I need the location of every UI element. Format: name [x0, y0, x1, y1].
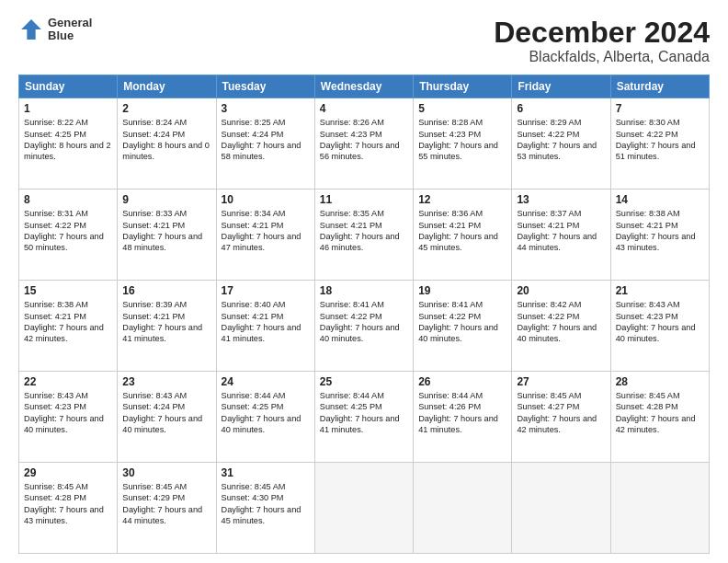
day-info: Sunrise: 8:36 AM Sunset: 4:21 PM Dayligh…: [418, 208, 506, 254]
day-number: 16: [122, 284, 210, 297]
sunrise: Sunrise: 8:35 AM: [320, 209, 384, 218]
day-number: 18: [320, 284, 408, 297]
day-info: Sunrise: 8:43 AM Sunset: 4:23 PM Dayligh…: [616, 299, 704, 345]
day-cell: 18 Sunrise: 8:41 AM Sunset: 4:22 PM Dayl…: [314, 281, 413, 372]
sunrise: Sunrise: 8:43 AM: [24, 391, 88, 400]
sunset: Sunset: 4:22 PM: [517, 312, 579, 321]
sunrise: Sunrise: 8:22 AM: [24, 118, 88, 127]
sunrise: Sunrise: 8:41 AM: [418, 300, 483, 309]
day-cell: 13 Sunrise: 8:37 AM Sunset: 4:21 PM Dayl…: [512, 190, 610, 281]
day-info: Sunrise: 8:45 AM Sunset: 4:28 PM Dayligh…: [616, 390, 704, 436]
day-cell: 16 Sunrise: 8:39 AM Sunset: 4:21 PM Dayl…: [118, 281, 216, 372]
weekday-header-wednesday: Wednesday: [314, 75, 413, 98]
day-cell: 3 Sunrise: 8:25 AM Sunset: 4:24 PM Dayli…: [216, 98, 314, 190]
week-row-4: 22 Sunrise: 8:43 AM Sunset: 4:23 PM Dayl…: [19, 372, 710, 463]
day-cell: 8 Sunrise: 8:31 AM Sunset: 4:22 PM Dayli…: [19, 190, 118, 281]
day-number: 28: [616, 375, 704, 388]
day-number: 25: [320, 375, 408, 388]
day-info: Sunrise: 8:26 AM Sunset: 4:23 PM Dayligh…: [320, 117, 408, 163]
sunrise: Sunrise: 8:45 AM: [222, 482, 286, 491]
daylight: Daylight: 7 hours and 58 minutes.: [222, 141, 301, 161]
sunrise: Sunrise: 8:44 AM: [222, 391, 286, 400]
day-number: 5: [418, 102, 506, 115]
day-cell: 20 Sunrise: 8:42 AM Sunset: 4:22 PM Dayl…: [512, 281, 610, 372]
day-info: Sunrise: 8:24 AM Sunset: 4:24 PM Dayligh…: [122, 117, 210, 163]
sunset: Sunset: 4:21 PM: [222, 312, 284, 321]
day-cell: 23 Sunrise: 8:43 AM Sunset: 4:24 PM Dayl…: [118, 372, 216, 463]
day-number: 10: [222, 193, 310, 206]
sunrise: Sunrise: 8:40 AM: [222, 300, 286, 309]
daylight: Daylight: 7 hours and 48 minutes.: [122, 232, 202, 252]
daylight: Daylight: 7 hours and 40 minutes.: [320, 323, 400, 343]
weekday-header-sunday: Sunday: [19, 75, 118, 98]
day-number: 20: [517, 284, 605, 297]
day-info: Sunrise: 8:45 AM Sunset: 4:27 PM Dayligh…: [517, 390, 605, 436]
sunset: Sunset: 4:23 PM: [320, 130, 382, 139]
daylight: Daylight: 7 hours and 42 minutes.: [517, 414, 597, 434]
sunset: Sunset: 4:22 PM: [24, 221, 86, 230]
sunset: Sunset: 4:21 PM: [24, 312, 86, 321]
sunrise: Sunrise: 8:25 AM: [222, 118, 286, 127]
daylight: Daylight: 7 hours and 47 minutes.: [222, 232, 301, 252]
day-info: Sunrise: 8:41 AM Sunset: 4:22 PM Dayligh…: [418, 299, 506, 345]
sunrise: Sunrise: 8:44 AM: [320, 391, 384, 400]
sunrise: Sunrise: 8:30 AM: [616, 118, 680, 127]
day-cell: 2 Sunrise: 8:24 AM Sunset: 4:24 PM Dayli…: [118, 98, 216, 190]
day-cell: 9 Sunrise: 8:33 AM Sunset: 4:21 PM Dayli…: [118, 190, 216, 281]
day-info: Sunrise: 8:42 AM Sunset: 4:22 PM Dayligh…: [517, 299, 605, 345]
sunrise: Sunrise: 8:37 AM: [517, 209, 581, 218]
logo-text: General Blue: [48, 17, 92, 43]
daylight: Daylight: 8 hours and 2 minutes.: [24, 141, 111, 161]
day-cell: 7 Sunrise: 8:30 AM Sunset: 4:22 PM Dayli…: [610, 98, 709, 190]
weekday-header-row: SundayMondayTuesdayWednesdayThursdayFrid…: [19, 75, 710, 98]
day-number: 24: [222, 375, 310, 388]
week-row-3: 15 Sunrise: 8:38 AM Sunset: 4:21 PM Dayl…: [19, 281, 710, 372]
day-info: Sunrise: 8:43 AM Sunset: 4:23 PM Dayligh…: [24, 390, 112, 436]
calendar-table: SundayMondayTuesdayWednesdayThursdayFrid…: [18, 75, 710, 554]
day-cell: 19 Sunrise: 8:41 AM Sunset: 4:22 PM Dayl…: [414, 281, 512, 372]
sunrise: Sunrise: 8:45 AM: [24, 482, 88, 491]
sunset: Sunset: 4:22 PM: [616, 130, 678, 139]
daylight: Daylight: 7 hours and 45 minutes.: [418, 232, 498, 252]
day-cell: 31 Sunrise: 8:45 AM Sunset: 4:30 PM Dayl…: [216, 463, 314, 554]
day-info: Sunrise: 8:45 AM Sunset: 4:30 PM Dayligh…: [222, 481, 310, 527]
day-info: Sunrise: 8:44 AM Sunset: 4:25 PM Dayligh…: [222, 390, 310, 436]
title-block: December 2024 Blackfalds, Alberta, Canad…: [494, 17, 710, 65]
day-cell: [414, 463, 512, 554]
daylight: Daylight: 7 hours and 56 minutes.: [320, 141, 400, 161]
sunset: Sunset: 4:25 PM: [24, 130, 86, 139]
sunrise: Sunrise: 8:41 AM: [320, 300, 384, 309]
sunset: Sunset: 4:27 PM: [517, 402, 579, 411]
day-info: Sunrise: 8:40 AM Sunset: 4:21 PM Dayligh…: [222, 299, 310, 345]
day-info: Sunrise: 8:45 AM Sunset: 4:28 PM Dayligh…: [24, 481, 112, 527]
day-number: 29: [24, 466, 112, 479]
daylight: Daylight: 7 hours and 40 minutes.: [616, 323, 696, 343]
day-number: 17: [222, 284, 310, 297]
sunset: Sunset: 4:24 PM: [222, 130, 284, 139]
logo-line2: Blue: [48, 29, 92, 42]
weekday-header-friday: Friday: [512, 75, 610, 98]
daylight: Daylight: 7 hours and 44 minutes.: [517, 232, 597, 252]
daylight: Daylight: 7 hours and 55 minutes.: [418, 141, 498, 161]
daylight: Daylight: 7 hours and 43 minutes.: [616, 232, 696, 252]
day-cell: 5 Sunrise: 8:28 AM Sunset: 4:23 PM Dayli…: [414, 98, 512, 190]
day-info: Sunrise: 8:43 AM Sunset: 4:24 PM Dayligh…: [122, 390, 210, 436]
weekday-header-tuesday: Tuesday: [216, 75, 314, 98]
day-info: Sunrise: 8:37 AM Sunset: 4:21 PM Dayligh…: [517, 208, 605, 254]
day-cell: 1 Sunrise: 8:22 AM Sunset: 4:25 PM Dayli…: [19, 98, 118, 190]
month-title: December 2024: [494, 17, 710, 49]
sunrise: Sunrise: 8:43 AM: [616, 300, 680, 309]
header: General Blue December 2024 Blackfalds, A…: [18, 17, 710, 65]
day-info: Sunrise: 8:29 AM Sunset: 4:22 PM Dayligh…: [517, 117, 605, 163]
day-cell: 28 Sunrise: 8:45 AM Sunset: 4:28 PM Dayl…: [610, 372, 709, 463]
day-info: Sunrise: 8:33 AM Sunset: 4:21 PM Dayligh…: [122, 208, 210, 254]
day-number: 23: [122, 375, 210, 388]
day-cell: [314, 463, 413, 554]
sunrise: Sunrise: 8:42 AM: [517, 300, 581, 309]
daylight: Daylight: 7 hours and 41 minutes.: [320, 414, 400, 434]
sunrise: Sunrise: 8:34 AM: [222, 209, 286, 218]
day-cell: 25 Sunrise: 8:44 AM Sunset: 4:25 PM Dayl…: [314, 372, 413, 463]
daylight: Daylight: 7 hours and 40 minutes.: [517, 323, 597, 343]
sunset: Sunset: 4:21 PM: [222, 221, 284, 230]
sunset: Sunset: 4:21 PM: [122, 312, 185, 321]
